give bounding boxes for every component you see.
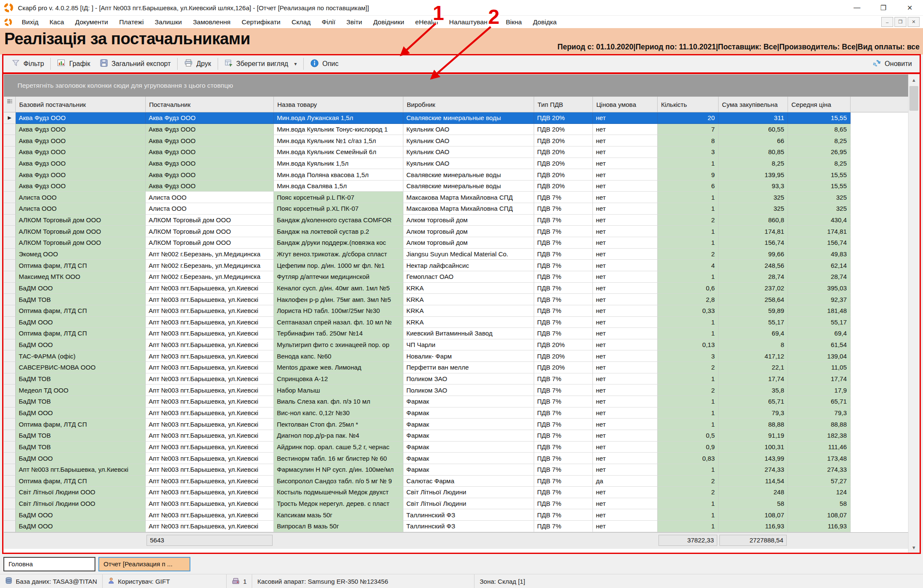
cell[interactable]: Апт №002 г.Березань, ул.Медицинска <box>146 271 274 283</box>
cell[interactable]: БаДМ ООО <box>16 509 146 521</box>
cell[interactable]: 2 <box>658 384 719 396</box>
row-indicator[interactable] <box>4 146 16 158</box>
table-row[interactable]: Аква Фудз ОООАква Фудз ОООМин.вода Куяль… <box>4 135 919 146</box>
cell[interactable]: ПДВ 7% <box>534 487 593 498</box>
cell[interactable]: 65,71 <box>719 396 788 407</box>
cell[interactable]: нет <box>593 442 658 453</box>
menu-item-вікна[interactable]: Вікна <box>500 16 527 28</box>
row-indicator[interactable] <box>4 135 16 146</box>
cell[interactable]: Світ Літньої Людини ООО <box>16 498 146 510</box>
cell[interactable]: 0,33 <box>658 305 719 317</box>
cell[interactable]: нет <box>593 453 658 464</box>
cell[interactable]: ПДВ 7% <box>534 305 593 317</box>
cell[interactable]: нет <box>593 146 658 158</box>
row-indicator[interactable] <box>4 430 16 442</box>
cell[interactable]: ПДВ 7% <box>534 498 593 510</box>
row-indicator[interactable] <box>4 328 16 339</box>
cell[interactable]: Вестинорм табл. 16 мг блистер № 60 <box>274 453 403 464</box>
row-indicator[interactable] <box>4 305 16 317</box>
cell[interactable]: ПДВ 7% <box>534 249 593 260</box>
mdi-minimize-button[interactable]: – <box>881 17 893 27</box>
cell[interactable]: 28,74 <box>719 271 788 283</box>
cell[interactable]: Виаль Слеза кап. фл. п/э 10 мл <box>274 396 403 407</box>
menu-item-платежі[interactable]: Платежі <box>114 16 150 28</box>
cell[interactable]: 2,8 <box>658 294 719 305</box>
cell[interactable]: ПДВ 7% <box>534 442 593 453</box>
menu-item-сертифікати[interactable]: Сертифікати <box>236 16 286 28</box>
menu-item-каса[interactable]: Каса <box>44 16 69 28</box>
minimize-button[interactable]: — <box>844 0 870 15</box>
cell[interactable]: 173,48 <box>788 453 851 464</box>
row-indicator[interactable] <box>4 294 16 305</box>
cell[interactable]: ТАС-ФАРМА (офіс) <box>16 350 146 362</box>
row-indicator[interactable] <box>4 339 16 351</box>
cell[interactable]: Апт №003 пгт.Барышевка, ул.Киевскі <box>146 430 274 442</box>
cell[interactable]: нет <box>593 215 658 226</box>
cell[interactable]: 248,56 <box>719 260 788 271</box>
cell[interactable]: нет <box>593 237 658 249</box>
table-row[interactable]: Максимед МТК ОООАпт №002 г.Березань, ул.… <box>4 271 919 283</box>
cell[interactable]: 100,31 <box>719 442 788 453</box>
cell[interactable]: 2 <box>658 249 719 260</box>
row-indicator[interactable] <box>4 396 16 407</box>
cell[interactable]: Бандаж д/коленного сустава COMFOR <box>274 215 403 226</box>
cell[interactable]: Мин.вода Свалява 1,5л <box>274 181 403 192</box>
row-indicator[interactable] <box>4 407 16 419</box>
menu-item-довідники[interactable]: Довідники <box>368 16 410 28</box>
row-indicator[interactable] <box>4 419 16 430</box>
cell[interactable]: Апт №003 пгт.Барышевка, ул.Киевскі <box>146 305 274 317</box>
cell[interactable]: Апт №003 пгт.Барышевка, ул.Киевскі <box>146 442 274 453</box>
cell[interactable]: нет <box>593 339 658 351</box>
cell[interactable]: 2 <box>658 362 719 373</box>
cell[interactable]: 0,13 <box>658 339 719 351</box>
cell[interactable]: 79,3 <box>719 407 788 419</box>
cell[interactable]: 311 <box>719 112 788 124</box>
row-indicator[interactable] <box>4 498 16 510</box>
cell[interactable]: Куяльник ОАО <box>403 124 534 135</box>
cell[interactable]: Аква Фудз ООО <box>146 135 274 146</box>
cell[interactable]: Апт №003 пгт.Барышевка, ул.Киевскі <box>146 396 274 407</box>
cell[interactable]: 35,8 <box>719 384 788 396</box>
cell[interactable]: нет <box>593 328 658 339</box>
cell[interactable]: 20 <box>658 112 719 124</box>
cell[interactable]: БаДМ ТОВ <box>16 294 146 305</box>
table-row[interactable]: БаДМ ОООАпт №003 пгт.Барышевка, ул.Киевс… <box>4 521 919 532</box>
cell[interactable]: Фармак <box>403 396 534 407</box>
cell[interactable]: Світ Літньої Людини <box>403 498 534 510</box>
cell[interactable]: Аква Фудз ООО <box>16 112 146 124</box>
cell[interactable]: 69,4 <box>788 328 851 339</box>
mdi-restore-button[interactable]: ❐ <box>894 17 906 27</box>
grid-corner-menu-icon[interactable] <box>4 97 16 112</box>
cell[interactable]: Фармак <box>403 419 534 430</box>
cell[interactable]: Поликом ЗАО <box>403 384 534 396</box>
cell[interactable]: нет <box>593 509 658 521</box>
table-row[interactable]: БаДМ ОООАпт №003 пгт.Барышевка, ул.Киевс… <box>4 317 919 328</box>
cell[interactable]: 58 <box>719 498 788 510</box>
cell[interactable]: Фармак <box>403 407 534 419</box>
cell[interactable]: Новалик- Фарм <box>403 350 534 362</box>
menu-item-залишки[interactable]: Залишки <box>149 16 187 28</box>
cell[interactable]: Фармак <box>403 442 534 453</box>
mdi-close-button[interactable]: ✕ <box>908 17 920 27</box>
cell[interactable]: Трость Медок нерегул. дерев. с пласт <box>274 498 403 510</box>
row-indicator[interactable] <box>4 181 16 192</box>
cell[interactable]: нет <box>593 294 658 305</box>
cell[interactable]: Аква Фудз ООО <box>16 158 146 169</box>
cell[interactable]: ПДВ 7% <box>534 419 593 430</box>
chevron-down-icon[interactable]: ▾ <box>294 61 297 67</box>
cell[interactable]: Апт №003 пгт.Барышевка, ул.Киевскі <box>146 294 274 305</box>
column-header-7[interactable]: Сума закупівельна <box>719 97 788 112</box>
cell[interactable]: нет <box>593 203 658 215</box>
cell[interactable]: Экомед ООО <box>16 249 146 260</box>
cell[interactable]: ПДВ 7% <box>534 260 593 271</box>
cell[interactable]: Свалявские минеральные воды <box>403 181 534 192</box>
cell[interactable]: 1 <box>658 419 719 430</box>
cell[interactable]: 3 <box>658 146 719 158</box>
cell[interactable]: 1 <box>658 317 719 328</box>
cell[interactable]: Фармак <box>403 430 534 442</box>
cell[interactable]: ПДВ 7% <box>534 215 593 226</box>
cell[interactable]: Апт №003 пгт.Барышевка, ул.Киевскі <box>146 350 274 362</box>
cell[interactable]: БаДМ ТОВ <box>16 373 146 385</box>
export-button[interactable]: Загальний експорт <box>95 57 175 71</box>
cell[interactable]: 8 <box>719 339 788 351</box>
